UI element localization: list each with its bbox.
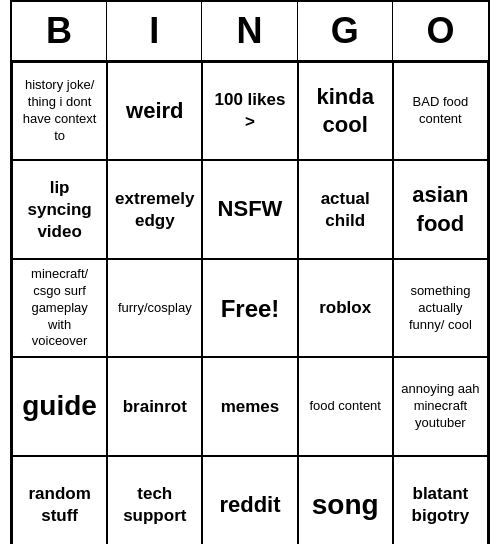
bingo-header: BINGO: [12, 2, 488, 62]
bingo-cell: 100 likes >: [202, 62, 297, 160]
header-letter: O: [393, 2, 488, 60]
bingo-cell: brainrot: [107, 357, 202, 455]
bingo-cell: extremely edgy: [107, 160, 202, 258]
bingo-cell: furry/cosplay: [107, 259, 202, 357]
bingo-cell: tech support: [107, 456, 202, 544]
bingo-cell: kinda cool: [298, 62, 393, 160]
bingo-cell: lip syncing video: [12, 160, 107, 258]
bingo-cell: Free!: [202, 259, 297, 357]
header-letter: B: [12, 2, 107, 60]
bingo-cell: memes: [202, 357, 297, 455]
bingo-cell: blatant bigotry: [393, 456, 488, 544]
bingo-cell: food content: [298, 357, 393, 455]
bingo-cell: song: [298, 456, 393, 544]
header-letter: G: [298, 2, 393, 60]
bingo-cell: BAD food content: [393, 62, 488, 160]
bingo-cell: actual child: [298, 160, 393, 258]
bingo-cell: something actually funny/ cool: [393, 259, 488, 357]
header-letter: I: [107, 2, 202, 60]
bingo-cell: roblox: [298, 259, 393, 357]
bingo-cell: history joke/ thing i dont have context …: [12, 62, 107, 160]
bingo-cell: weird: [107, 62, 202, 160]
bingo-cell: reddit: [202, 456, 297, 544]
header-letter: N: [202, 2, 297, 60]
bingo-cell: asian food: [393, 160, 488, 258]
bingo-cell: guide: [12, 357, 107, 455]
bingo-cell: annoying aah minecraft youtuber: [393, 357, 488, 455]
bingo-cell: NSFW: [202, 160, 297, 258]
bingo-cell: random stuff: [12, 456, 107, 544]
bingo-card: BINGO history joke/ thing i dont have co…: [10, 0, 490, 544]
bingo-cell: minecraft/ csgo surf gameplay with voice…: [12, 259, 107, 357]
bingo-grid: history joke/ thing i dont have context …: [12, 62, 488, 544]
